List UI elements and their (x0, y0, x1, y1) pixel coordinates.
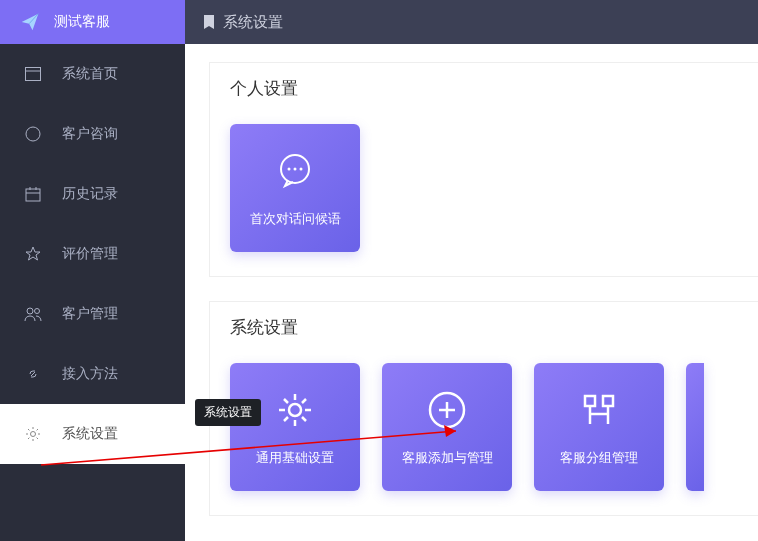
paper-plane-icon (20, 12, 40, 32)
topbar: 系统设置 (185, 0, 758, 44)
svg-rect-19 (603, 396, 613, 406)
circle-icon (24, 125, 42, 143)
gear-icon (24, 425, 42, 443)
svg-point-12 (294, 168, 297, 171)
brand-label: 测试客服 (54, 13, 110, 31)
cards-row: 通用基础设置 客服添加与管理 客服分组管理 (230, 363, 738, 491)
sidebar-item-home[interactable]: 系统首页 (0, 44, 185, 104)
card-label: 通用基础设置 (256, 449, 334, 467)
page-title: 系统设置 (223, 13, 283, 32)
sidebar-item-history[interactable]: 历史记录 (0, 164, 185, 224)
section-personal: 个人设置 首次对话问候语 (209, 62, 758, 277)
sidebar-item-customers[interactable]: 客户管理 (0, 284, 185, 344)
svg-rect-18 (585, 396, 595, 406)
sidebar-item-label: 历史记录 (62, 185, 118, 203)
chat-bubble-icon (272, 148, 318, 194)
sidebar-item-label: 评价管理 (62, 245, 118, 263)
section-title: 个人设置 (230, 77, 738, 100)
sidebar-item-access[interactable]: 接入方法 (0, 344, 185, 404)
svg-point-13 (300, 168, 303, 171)
card-partial[interactable] (686, 363, 704, 491)
section-title: 系统设置 (230, 316, 738, 339)
sidebar-item-label: 客户管理 (62, 305, 118, 323)
sidebar-item-settings[interactable]: 系统设置 (0, 404, 185, 464)
svg-point-9 (31, 432, 36, 437)
link-icon (24, 365, 42, 383)
star-icon (24, 245, 42, 263)
svg-point-11 (288, 168, 291, 171)
sidebar-item-label: 系统首页 (62, 65, 118, 83)
card-add-agent[interactable]: 客服添加与管理 (382, 363, 512, 491)
sidebar: 测试客服 系统首页 客户咨询 历史记录 评价管理 客户管理 接入 (0, 0, 185, 541)
users-icon (24, 305, 42, 323)
sidebar-item-label: 接入方法 (62, 365, 118, 383)
svg-rect-3 (26, 189, 40, 201)
sidebar-item-consult[interactable]: 客户咨询 (0, 104, 185, 164)
gear-icon (272, 387, 318, 433)
section-system: 系统设置 通用基础设置 客服添加与管理 客服分组管理 (209, 301, 758, 516)
svg-point-2 (26, 127, 40, 141)
svg-point-7 (27, 308, 33, 314)
sidebar-item-label: 系统设置 (62, 425, 118, 443)
window-icon (24, 65, 42, 83)
group-icon (576, 387, 622, 433)
sidebar-item-label: 客户咨询 (62, 125, 118, 143)
svg-point-14 (289, 404, 301, 416)
main-content: 个人设置 首次对话问候语 系统设置 通用基础设置 客服添 (185, 44, 758, 541)
card-label: 客服添加与管理 (402, 449, 493, 467)
svg-point-8 (35, 309, 40, 314)
plus-circle-icon (424, 387, 470, 433)
sidebar-item-rating[interactable]: 评价管理 (0, 224, 185, 284)
card-label: 客服分组管理 (560, 449, 638, 467)
sidebar-brand: 测试客服 (0, 0, 185, 44)
calendar-icon (24, 185, 42, 203)
svg-rect-0 (26, 68, 41, 81)
bookmark-icon (203, 15, 215, 29)
card-group-manage[interactable]: 客服分组管理 (534, 363, 664, 491)
tooltip: 系统设置 (195, 399, 261, 426)
card-label: 首次对话问候语 (250, 210, 341, 228)
card-general-settings[interactable]: 通用基础设置 (230, 363, 360, 491)
card-greeting[interactable]: 首次对话问候语 (230, 124, 360, 252)
cards-row: 首次对话问候语 (230, 124, 738, 252)
